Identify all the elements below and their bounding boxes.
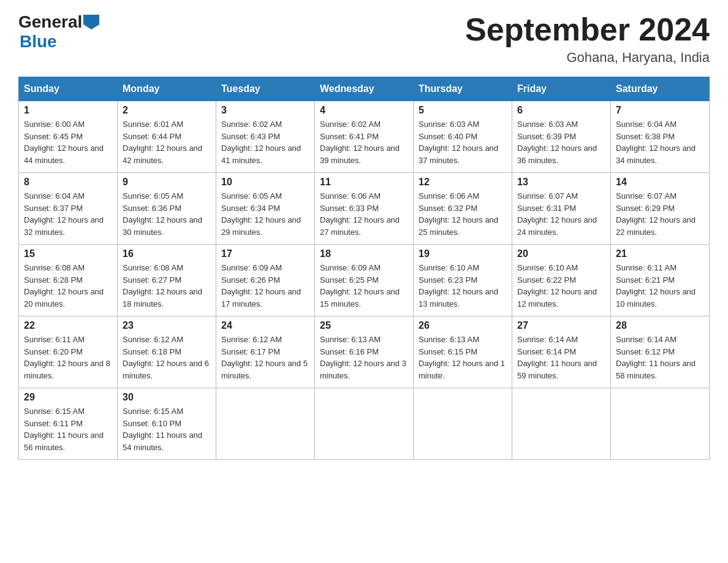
day-number: 19 bbox=[419, 248, 507, 259]
day-cell: 2Sunrise: 6:01 AMSunset: 6:44 PMDaylight… bbox=[118, 101, 216, 173]
day-number: 15 bbox=[24, 248, 112, 259]
day-cell: 24Sunrise: 6:12 AMSunset: 6:17 PMDayligh… bbox=[216, 316, 315, 388]
day-number: 3 bbox=[221, 105, 309, 116]
day-cell: 14Sunrise: 6:07 AMSunset: 6:29 PMDayligh… bbox=[611, 173, 710, 245]
day-info: Sunrise: 6:00 AMSunset: 6:45 PMDaylight:… bbox=[24, 118, 112, 166]
day-number: 28 bbox=[616, 320, 704, 331]
day-cell: 11Sunrise: 6:06 AMSunset: 6:33 PMDayligh… bbox=[315, 173, 414, 245]
day-number: 2 bbox=[123, 105, 211, 116]
day-number: 26 bbox=[419, 320, 507, 331]
day-number: 10 bbox=[221, 177, 309, 188]
day-info: Sunrise: 6:10 AMSunset: 6:22 PMDaylight:… bbox=[517, 262, 605, 310]
day-info: Sunrise: 6:08 AMSunset: 6:27 PMDaylight:… bbox=[123, 262, 211, 310]
header-sunday: Sunday bbox=[19, 77, 118, 101]
day-number: 7 bbox=[616, 105, 704, 116]
day-cell bbox=[611, 388, 710, 460]
day-info: Sunrise: 6:14 AMSunset: 6:12 PMDaylight:… bbox=[616, 334, 704, 381]
day-cell bbox=[512, 388, 611, 460]
day-number: 20 bbox=[517, 248, 605, 259]
day-cell: 12Sunrise: 6:06 AMSunset: 6:32 PMDayligh… bbox=[414, 173, 512, 245]
day-info: Sunrise: 6:03 AMSunset: 6:40 PMDaylight:… bbox=[419, 118, 507, 166]
logo: General Blue bbox=[18, 12, 99, 52]
day-cell: 21Sunrise: 6:11 AMSunset: 6:21 PMDayligh… bbox=[611, 245, 710, 316]
day-cell: 27Sunrise: 6:14 AMSunset: 6:14 PMDayligh… bbox=[512, 316, 611, 388]
day-info: Sunrise: 6:13 AMSunset: 6:15 PMDaylight:… bbox=[419, 334, 507, 381]
day-number: 8 bbox=[24, 177, 112, 188]
day-info: Sunrise: 6:07 AMSunset: 6:31 PMDaylight:… bbox=[517, 190, 605, 238]
logo-blue-text: Blue bbox=[20, 32, 57, 52]
day-number: 1 bbox=[24, 105, 112, 116]
header-saturday: Saturday bbox=[611, 77, 710, 101]
day-cell: 22Sunrise: 6:11 AMSunset: 6:20 PMDayligh… bbox=[19, 316, 118, 388]
day-cell: 20Sunrise: 6:10 AMSunset: 6:22 PMDayligh… bbox=[512, 245, 611, 316]
day-number: 24 bbox=[221, 320, 309, 331]
header-thursday: Thursday bbox=[414, 77, 512, 101]
day-info: Sunrise: 6:08 AMSunset: 6:28 PMDaylight:… bbox=[24, 262, 112, 310]
month-title: September 2024 bbox=[465, 12, 710, 47]
day-info: Sunrise: 6:11 AMSunset: 6:20 PMDaylight:… bbox=[24, 334, 112, 381]
logo-arrow-icon bbox=[83, 15, 99, 29]
day-number: 11 bbox=[320, 177, 408, 188]
day-info: Sunrise: 6:13 AMSunset: 6:16 PMDaylight:… bbox=[320, 334, 408, 381]
day-number: 22 bbox=[24, 320, 112, 331]
day-info: Sunrise: 6:09 AMSunset: 6:25 PMDaylight:… bbox=[320, 262, 408, 310]
logo-general-text: General bbox=[18, 12, 82, 32]
page-header: General Blue September 2024 Gohana, Hary… bbox=[18, 12, 710, 66]
svg-marker-0 bbox=[83, 15, 99, 29]
day-info: Sunrise: 6:05 AMSunset: 6:36 PMDaylight:… bbox=[123, 190, 211, 238]
day-cell: 1Sunrise: 6:00 AMSunset: 6:45 PMDaylight… bbox=[19, 101, 118, 173]
day-cell: 26Sunrise: 6:13 AMSunset: 6:15 PMDayligh… bbox=[414, 316, 512, 388]
day-cell: 28Sunrise: 6:14 AMSunset: 6:12 PMDayligh… bbox=[611, 316, 710, 388]
day-info: Sunrise: 6:05 AMSunset: 6:34 PMDaylight:… bbox=[221, 190, 309, 238]
day-number: 21 bbox=[616, 248, 704, 259]
day-info: Sunrise: 6:15 AMSunset: 6:11 PMDaylight:… bbox=[24, 405, 112, 453]
location-subtitle: Gohana, Haryana, India bbox=[465, 50, 710, 66]
day-cell: 30Sunrise: 6:15 AMSunset: 6:10 PMDayligh… bbox=[118, 388, 216, 460]
week-row-4: 22Sunrise: 6:11 AMSunset: 6:20 PMDayligh… bbox=[19, 316, 710, 388]
day-cell: 3Sunrise: 6:02 AMSunset: 6:43 PMDaylight… bbox=[216, 101, 315, 173]
day-info: Sunrise: 6:06 AMSunset: 6:32 PMDaylight:… bbox=[419, 190, 507, 238]
day-cell: 18Sunrise: 6:09 AMSunset: 6:25 PMDayligh… bbox=[315, 245, 414, 316]
day-info: Sunrise: 6:02 AMSunset: 6:41 PMDaylight:… bbox=[320, 118, 408, 166]
day-cell: 29Sunrise: 6:15 AMSunset: 6:11 PMDayligh… bbox=[19, 388, 118, 460]
day-info: Sunrise: 6:04 AMSunset: 6:37 PMDaylight:… bbox=[24, 190, 112, 238]
day-number: 23 bbox=[123, 320, 211, 331]
header-tuesday: Tuesday bbox=[216, 77, 315, 101]
day-info: Sunrise: 6:14 AMSunset: 6:14 PMDaylight:… bbox=[517, 334, 605, 381]
day-cell: 19Sunrise: 6:10 AMSunset: 6:23 PMDayligh… bbox=[414, 245, 512, 316]
day-info: Sunrise: 6:10 AMSunset: 6:23 PMDaylight:… bbox=[419, 262, 507, 310]
day-cell: 10Sunrise: 6:05 AMSunset: 6:34 PMDayligh… bbox=[216, 173, 315, 245]
calendar-table: SundayMondayTuesdayWednesdayThursdayFrid… bbox=[18, 77, 710, 460]
day-number: 6 bbox=[517, 105, 605, 116]
day-number: 25 bbox=[320, 320, 408, 331]
header-monday: Monday bbox=[118, 77, 216, 101]
day-number: 5 bbox=[419, 105, 507, 116]
day-cell: 13Sunrise: 6:07 AMSunset: 6:31 PMDayligh… bbox=[512, 173, 611, 245]
day-cell: 7Sunrise: 6:04 AMSunset: 6:38 PMDaylight… bbox=[611, 101, 710, 173]
day-info: Sunrise: 6:12 AMSunset: 6:18 PMDaylight:… bbox=[123, 334, 211, 381]
week-row-2: 8Sunrise: 6:04 AMSunset: 6:37 PMDaylight… bbox=[19, 173, 710, 245]
header-wednesday: Wednesday bbox=[315, 77, 414, 101]
day-cell: 25Sunrise: 6:13 AMSunset: 6:16 PMDayligh… bbox=[315, 316, 414, 388]
header-row: SundayMondayTuesdayWednesdayThursdayFrid… bbox=[19, 77, 710, 101]
day-number: 9 bbox=[123, 177, 211, 188]
day-cell: 8Sunrise: 6:04 AMSunset: 6:37 PMDaylight… bbox=[19, 173, 118, 245]
day-number: 18 bbox=[320, 248, 408, 259]
day-info: Sunrise: 6:09 AMSunset: 6:26 PMDaylight:… bbox=[221, 262, 309, 310]
day-number: 17 bbox=[221, 248, 309, 259]
day-info: Sunrise: 6:04 AMSunset: 6:38 PMDaylight:… bbox=[616, 118, 704, 166]
day-number: 29 bbox=[24, 392, 112, 403]
day-cell: 4Sunrise: 6:02 AMSunset: 6:41 PMDaylight… bbox=[315, 101, 414, 173]
day-info: Sunrise: 6:02 AMSunset: 6:43 PMDaylight:… bbox=[221, 118, 309, 166]
day-number: 30 bbox=[123, 392, 211, 403]
day-info: Sunrise: 6:15 AMSunset: 6:10 PMDaylight:… bbox=[123, 405, 211, 453]
day-cell bbox=[216, 388, 315, 460]
day-number: 14 bbox=[616, 177, 704, 188]
week-row-3: 15Sunrise: 6:08 AMSunset: 6:28 PMDayligh… bbox=[19, 245, 710, 316]
week-row-5: 29Sunrise: 6:15 AMSunset: 6:11 PMDayligh… bbox=[19, 388, 710, 460]
day-info: Sunrise: 6:06 AMSunset: 6:33 PMDaylight:… bbox=[320, 190, 408, 238]
day-cell bbox=[414, 388, 512, 460]
day-info: Sunrise: 6:11 AMSunset: 6:21 PMDaylight:… bbox=[616, 262, 704, 310]
calendar-header: SundayMondayTuesdayWednesdayThursdayFrid… bbox=[19, 77, 710, 101]
day-info: Sunrise: 6:03 AMSunset: 6:39 PMDaylight:… bbox=[517, 118, 605, 166]
